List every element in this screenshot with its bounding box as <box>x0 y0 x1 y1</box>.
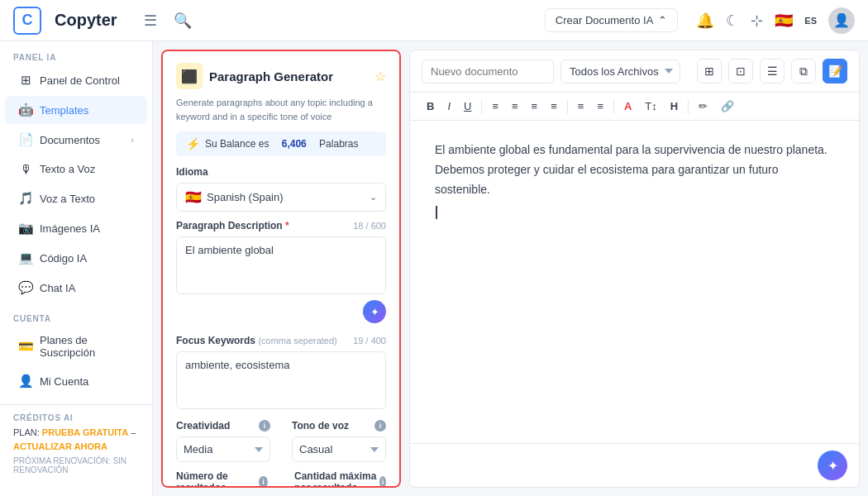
sidebar-item-voz-texto[interactable]: 🎵 Voz a Texto <box>5 184 147 212</box>
code-icon: 💻 <box>18 250 33 265</box>
body-row: PANEL IA ⊞ Panel de Control 🤖 Templates … <box>0 41 868 496</box>
spain-flag-icon: 🇪🇸 <box>185 189 202 205</box>
panel-title: Paragraph Generator <box>209 69 368 83</box>
doc-icon: 📄 <box>18 132 33 147</box>
separator-3 <box>613 99 614 114</box>
max-info-icon[interactable]: i <box>379 476 386 488</box>
tone-select[interactable]: CasualFormalProfesional <box>292 436 386 462</box>
avatar[interactable]: 👤 <box>828 7 855 34</box>
sidebar-label-templates: Templates <box>40 104 88 117</box>
idioma-label: Idioma <box>176 166 386 178</box>
paragraph-desc-field: Paragraph Description * 18 / 600 El ambi… <box>163 220 399 335</box>
keywords-label: Focus Keywords (comma seperated) 19 / 40… <box>176 335 386 346</box>
editor-body[interactable]: El ambiente global es fundamental para l… <box>410 121 859 443</box>
chevron-down-icon: ⌄ <box>370 192 377 203</box>
editor-text: El ambiente global es fundamental para l… <box>435 143 827 196</box>
format-bold[interactable]: B <box>422 98 439 115</box>
balance-value: 6,406 <box>282 138 307 150</box>
lang-badge: ES <box>804 16 817 26</box>
balance-unit: Palabras <box>319 138 358 150</box>
format-line-height[interactable]: T↕ <box>640 98 661 115</box>
paragraph-desc-label: Paragraph Description * 18 / 600 <box>176 220 386 231</box>
dark-mode-icon[interactable]: ☾ <box>726 12 739 30</box>
toolbar-btn-1[interactable]: ⊞ <box>697 59 722 83</box>
sidebar-item-chat-ia[interactable]: 💬 Chat IA <box>5 274 147 302</box>
separator-1 <box>481 99 482 114</box>
format-list-ordered[interactable]: ≡ <box>573 98 589 115</box>
sidebar-label-documentos: Documentos <box>40 134 100 146</box>
sidebar-label-codigo-ia: Código IA <box>40 252 87 265</box>
nav-icons: 🔔 ☾ ⊹ 🇪🇸 ES 👤 <box>696 7 855 34</box>
format-align-left[interactable]: ≡ <box>487 98 503 115</box>
format-justify[interactable]: ≡ <box>546 98 562 115</box>
format-list-unordered[interactable]: ≡ <box>592 98 608 115</box>
flag-icon: 🇪🇸 <box>775 12 793 30</box>
format-align-center[interactable]: ≡ <box>507 98 523 115</box>
user-icon: 👤 <box>18 374 33 389</box>
format-pen[interactable]: ✏ <box>694 98 713 115</box>
max-results-label: Cantidad máxima por resultado i <box>294 470 386 488</box>
panel-icon: ⬛ <box>176 63 203 89</box>
panel-description: Generate paragraphs about any topic incl… <box>163 96 399 131</box>
editor-area: Todos los Archivos ⊞ ⊡ ☰ ⧉ 📝 B I U ≡ ≡ ≡… <box>409 50 860 488</box>
ai-assist-button[interactable]: ✦ <box>363 300 386 323</box>
sidebar-item-imagenes-ia[interactable]: 📷 Imágenes IA <box>5 214 147 242</box>
toolbar-btn-active[interactable]: 📝 <box>823 59 847 83</box>
sidebar-item-mi-cuenta[interactable]: 👤 Mi Cuenta <box>5 367 147 395</box>
create-doc-button[interactable]: Crear Documento IA ⌃ <box>545 8 679 32</box>
format-font-color[interactable]: A <box>619 98 637 115</box>
format-link[interactable]: 🔗 <box>716 98 739 115</box>
sidebar-label-mi-cuenta: Mi Cuenta <box>40 375 88 388</box>
format-heading[interactable]: H <box>665 98 683 115</box>
tone-info-icon[interactable]: i <box>374 420 386 432</box>
sidebar-item-templates[interactable]: 🤖 Templates <box>5 96 147 124</box>
toolbar-btn-3[interactable]: ☰ <box>760 59 785 83</box>
sidebar-item-texto-voz[interactable]: 🎙 Texto a Voz <box>5 155 147 183</box>
balance-box: ⚡ Su Balance es 6,406 Palabras <box>176 131 386 156</box>
results-info-icon[interactable]: i <box>259 476 268 488</box>
plan-text[interactable]: PRUEBA GRATUITA <box>42 427 128 437</box>
toolbar-btn-2[interactable]: ⊡ <box>728 59 753 83</box>
fullscreen-icon[interactable]: ⊹ <box>751 12 763 30</box>
ai-icon: 🤖 <box>18 103 33 117</box>
sidebar-label-planes: Planes de Suscripción <box>40 334 134 359</box>
desc-char-count: 18 / 600 <box>353 221 386 231</box>
search-icon[interactable]: 🔍 <box>170 8 195 33</box>
idioma-field: Idioma 🇪🇸 Spanish (Spain) ⌄ <box>163 166 399 220</box>
keywords-textarea[interactable]: ambiente, ecosistema <box>176 351 386 409</box>
balance-label: Su Balance es <box>205 138 269 150</box>
creativity-info-icon[interactable]: i <box>259 420 270 432</box>
language-select[interactable]: 🇪🇸 Spanish (Spain) ⌄ <box>176 183 386 212</box>
sidebar: PANEL IA ⊞ Panel de Control 🤖 Templates … <box>0 41 153 496</box>
sidebar-section-creditos: CRÉDITOS AI <box>13 413 139 426</box>
notifications-icon[interactable]: 🔔 <box>696 12 714 30</box>
format-underline[interactable]: U <box>459 98 476 115</box>
create-doc-label: Crear Documento IA <box>556 14 654 26</box>
bolt-icon: ⚡ <box>186 137 200 150</box>
sidebar-item-planes[interactable]: 💳 Planes de Suscripción <box>5 327 147 365</box>
logo-icon: C <box>13 7 41 35</box>
creativity-select[interactable]: MediaBajaAlta <box>176 436 270 462</box>
file-select[interactable]: Todos los Archivos <box>560 60 680 83</box>
format-italic[interactable]: I <box>442 98 455 115</box>
star-icon[interactable]: ☆ <box>374 69 386 84</box>
separator-2 <box>567 99 568 114</box>
max-results-field: Cantidad máxima por resultado i 30 <box>281 470 399 488</box>
sidebar-item-panel-control[interactable]: ⊞ Panel de Control <box>5 66 147 94</box>
paragraph-desc-textarea[interactable]: El ambiente global <box>176 236 386 294</box>
num-results-label: Número de resultados i <box>176 470 268 488</box>
sidebar-item-documentos[interactable]: 📄 Documentos › <box>5 126 147 154</box>
plan-link[interactable]: ACTUALIZAR AHORA <box>13 441 107 451</box>
toolbar-btn-4[interactable]: ⧉ <box>791 59 816 83</box>
sidebar-section-panel-ia: PANEL IA <box>0 41 152 65</box>
sidebar-item-codigo-ia[interactable]: 💻 Código IA <box>5 244 147 272</box>
sidebar-label-panel-control: Panel de Control <box>40 74 120 87</box>
keywords-char-count: 19 / 400 <box>353 336 386 346</box>
doc-name-input[interactable] <box>422 60 554 83</box>
music-icon: 🎵 <box>18 191 33 206</box>
paragraph-generator-panel: ⬛ Paragraph Generator ☆ Generate paragra… <box>161 50 401 488</box>
menu-icon[interactable]: ☰ <box>141 8 160 33</box>
format-align-right[interactable]: ≡ <box>527 98 543 115</box>
ai-float-button[interactable]: ✦ <box>818 451 847 480</box>
lang-value: Spanish (Spain) <box>207 191 284 203</box>
